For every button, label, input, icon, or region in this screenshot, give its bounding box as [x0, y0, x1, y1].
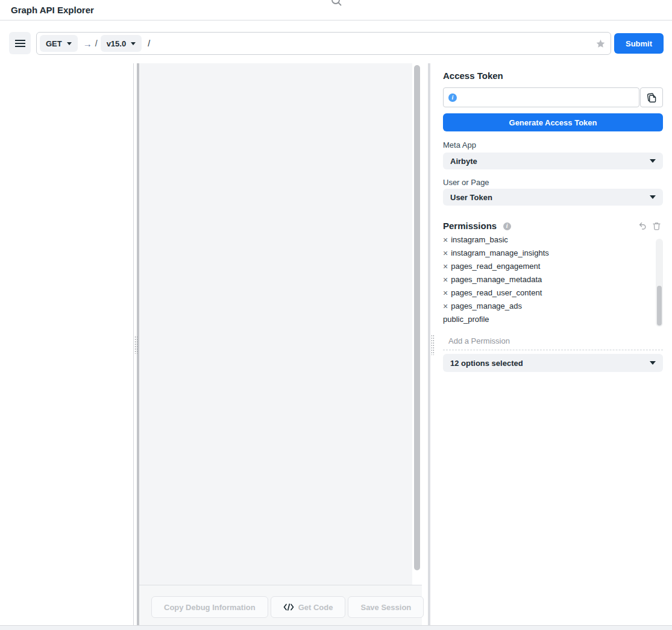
- response-footer: Copy Debug Information Get Code: [139, 585, 422, 625]
- api-version-dropdown[interactable]: v15.0: [101, 35, 142, 52]
- permission-label: pages_read_user_content: [451, 286, 542, 300]
- undo-icon[interactable]: [638, 222, 647, 230]
- permissions-scrollbar: [656, 239, 663, 327]
- http-method-label: GET: [46, 39, 62, 48]
- selected-permissions-list: × instagram_basic × instagram_manage_ins…: [443, 235, 663, 327]
- remove-permission-icon[interactable]: ×: [443, 302, 448, 310]
- get-code-label: Get Code: [298, 603, 333, 612]
- page-title: Graph API Explorer: [11, 5, 94, 15]
- right-panel-divider[interactable]: [428, 63, 430, 625]
- add-permission-row: [443, 332, 663, 350]
- permission-label: pages_manage_metadata: [451, 273, 542, 286]
- permission-item: × pages_manage_metadata: [443, 273, 663, 286]
- scrollbar-thumb[interactable]: [657, 286, 662, 326]
- access-token-panel: Access Token Generate Acces: [435, 63, 672, 625]
- permission-label: instagram_basic: [451, 235, 508, 247]
- permission-item: × instagram_basic: [443, 235, 663, 247]
- search-icon[interactable]: [330, 0, 342, 9]
- arrow-right-icon: →: [83, 39, 92, 49]
- chevron-down-icon: [650, 159, 656, 163]
- permission-item: public_profile: [443, 313, 663, 326]
- generate-access-token-button[interactable]: Generate Access Token: [443, 113, 663, 131]
- user-or-page-value: User Token: [450, 193, 492, 202]
- pre-version-slash: /: [95, 39, 98, 48]
- permission-label: pages_manage_ads: [451, 300, 522, 313]
- drag-handle-dots[interactable]: [431, 335, 435, 355]
- request-path-input[interactable]: /: [148, 39, 595, 48]
- copy-debug-label: Copy Debug Information: [164, 603, 256, 612]
- permissions-header: Permissions: [443, 221, 663, 233]
- response-scrollbar: [412, 63, 422, 585]
- response-pane: [139, 63, 412, 585]
- save-session-button[interactable]: Save Session: [348, 596, 424, 618]
- submit-button[interactable]: Submit: [614, 33, 664, 54]
- permission-label: public_profile: [443, 313, 489, 326]
- remove-permission-icon[interactable]: ×: [443, 236, 448, 244]
- http-method-dropdown[interactable]: GET: [40, 35, 78, 52]
- save-session-label: Save Session: [360, 603, 411, 612]
- chevron-down-icon: [131, 42, 136, 45]
- add-permission-input[interactable]: [443, 336, 663, 345]
- access-token-row: [443, 87, 663, 107]
- left-panel: [0, 63, 134, 625]
- trash-icon[interactable]: [653, 222, 661, 230]
- graph-api-explorer-window: Graph API Explorer GET → / v15.0: [0, 0, 672, 630]
- code-icon: [283, 603, 294, 611]
- access-token-heading: Access Token: [443, 71, 503, 81]
- permission-label: pages_read_engagement: [451, 260, 540, 273]
- bottom-strip: [0, 625, 672, 630]
- chevron-down-icon: [650, 195, 656, 199]
- info-icon[interactable]: [448, 93, 457, 102]
- permission-item: × pages_read_engagement: [443, 260, 663, 273]
- menu-icon: [15, 38, 25, 49]
- star-icon[interactable]: [595, 39, 606, 49]
- access-token-field[interactable]: [443, 87, 639, 107]
- copy-debug-button[interactable]: Copy Debug Information: [151, 596, 268, 618]
- permission-item: × pages_manage_ads: [443, 300, 663, 313]
- permissions-options-select[interactable]: 12 options selected: [443, 354, 663, 372]
- user-or-page-select[interactable]: User Token: [443, 189, 663, 206]
- meta-app-label: Meta App: [443, 140, 476, 150]
- permission-label: instagram_manage_insights: [451, 247, 549, 260]
- remove-permission-icon[interactable]: ×: [443, 276, 448, 284]
- api-version-label: v15.0: [107, 39, 127, 48]
- scrollbar-thumb[interactable]: [414, 65, 420, 570]
- permission-item: × pages_read_user_content: [443, 286, 663, 300]
- access-token-input[interactable]: [457, 88, 639, 107]
- user-or-page-label: User or Page: [443, 178, 489, 187]
- header-bar: Graph API Explorer: [0, 0, 672, 20]
- copy-token-button[interactable]: [640, 87, 663, 107]
- response-footer-buttons: Copy Debug Information Get Code: [151, 596, 424, 618]
- info-icon[interactable]: [503, 222, 511, 230]
- permission-item: × instagram_manage_insights: [443, 247, 663, 260]
- meta-app-value: Airbyte: [450, 157, 477, 166]
- permissions-heading: Permissions: [443, 221, 497, 231]
- drag-handle-dots[interactable]: [134, 336, 138, 354]
- options-selected-summary: 12 options selected: [450, 359, 523, 368]
- request-bar: GET → / v15.0 /: [36, 32, 611, 55]
- get-code-button[interactable]: Get Code: [271, 596, 346, 618]
- remove-permission-icon[interactable]: ×: [443, 289, 448, 297]
- copy-icon: [647, 92, 657, 103]
- menu-button[interactable]: [9, 32, 31, 54]
- chevron-down-icon: [67, 42, 72, 45]
- response-column: Copy Debug Information Get Code: [139, 63, 422, 625]
- main-area: Copy Debug Information Get Code: [0, 63, 672, 625]
- request-toolbar: GET → / v15.0 / Submit: [0, 21, 672, 63]
- remove-permission-icon[interactable]: ×: [443, 262, 448, 271]
- remove-permission-icon[interactable]: ×: [443, 249, 448, 257]
- chevron-down-icon: [650, 361, 656, 365]
- meta-app-select[interactable]: Airbyte: [443, 153, 663, 169]
